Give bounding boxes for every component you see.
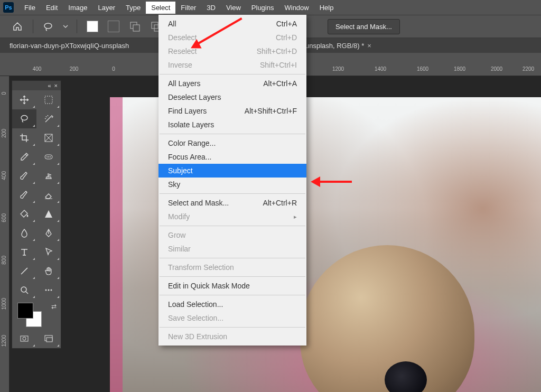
menu-separator [160, 226, 305, 226]
menu-layer[interactable]: Layer [93, 2, 121, 14]
menu-item-label: Sky [168, 180, 180, 189]
brush-tool[interactable] [12, 166, 36, 185]
eyedropper-tool[interactable] [12, 147, 36, 166]
menu-separator [160, 327, 305, 328]
close-icon[interactable]: × [367, 42, 371, 50]
menu-item-all-layers[interactable]: All LayersAlt+Ctrl+A [158, 77, 306, 90]
svg-rect-3 [152, 22, 158, 29]
menu-filter[interactable]: Filter [175, 2, 201, 14]
tools-panel: « × ⇄ [12, 80, 61, 349]
home-icon[interactable] [10, 19, 25, 34]
quick-mask-tool[interactable] [12, 329, 36, 348]
clone-stamp-tool[interactable] [36, 166, 61, 185]
screen-mode-tool[interactable] [36, 329, 61, 348]
lasso-tool[interactable] [12, 109, 36, 128]
healing-brush-tool[interactable] [36, 147, 61, 166]
more-tool[interactable] [36, 281, 61, 300]
select-and-mask-button[interactable]: Select and Mask... [328, 19, 400, 34]
ruler-tick: 800 [1, 256, 7, 265]
menu-item-edit-in-quick-mask-mode[interactable]: Edit in Quick Mask Mode [158, 279, 306, 293]
rect-marquee-tool[interactable] [36, 90, 61, 109]
menu-item-label: Subject [168, 166, 193, 175]
path-select-tool[interactable] [36, 242, 61, 262]
svg-point-15 [51, 290, 52, 291]
menu-item-new-3d-extrusion: New 3D Extrusion [158, 330, 306, 343]
menu-item-similar: Similar [158, 242, 306, 256]
ruler-tick: 400 [1, 171, 7, 180]
swap-colors-icon[interactable]: ⇄ [51, 303, 57, 310]
menu-item-focus-area[interactable]: Focus Area... [158, 150, 306, 164]
magic-wand-tool[interactable] [36, 109, 61, 128]
separator [33, 20, 33, 33]
line-tool[interactable] [12, 262, 36, 281]
app-logo: Ps [3, 2, 14, 13]
ruler-tick: 600 [1, 213, 7, 222]
menu-plugins[interactable]: Plugins [246, 2, 279, 14]
menu-window[interactable]: Window [279, 2, 314, 14]
eraser-tool[interactable] [36, 185, 61, 204]
menu-item-color-range[interactable]: Color Range... [158, 136, 306, 150]
ruler-tick: 200 [1, 129, 7, 138]
new-selection-icon[interactable] [85, 19, 100, 34]
menu-item-find-layers[interactable]: Find LayersAlt+Shift+Ctrl+F [158, 104, 306, 118]
menu-item-label: Edit in Quick Mask Mode [168, 282, 250, 290]
menu-item-label: Load Selection... [168, 300, 223, 309]
menu-separator [160, 193, 305, 194]
paint-bucket-tool[interactable] [12, 204, 36, 223]
menu-type[interactable]: Type [120, 2, 146, 14]
hand-tool[interactable] [36, 262, 61, 281]
lasso-options-icon[interactable] [41, 19, 57, 34]
type-tool[interactable] [12, 242, 36, 262]
ruler-tick: 1400 [370, 66, 391, 72]
annotation-arrow [311, 175, 353, 189]
menu-image[interactable]: Image [63, 2, 92, 14]
menu-item-sky[interactable]: Sky [158, 178, 306, 191]
menu-view[interactable]: View [221, 2, 246, 14]
menu-item-label: Modify [168, 212, 190, 221]
pen-tool[interactable] [36, 223, 61, 242]
shape-tool[interactable] [36, 204, 61, 223]
menu-separator [160, 134, 305, 134]
menu-item-label: Save Selection... [168, 314, 223, 322]
svg-point-17 [23, 337, 26, 340]
menu-item-label: Grow [168, 231, 185, 239]
chevron-down-icon[interactable] [62, 19, 69, 34]
annotation-arrow [185, 17, 243, 49]
menu-item-label: Isolate Layers [168, 120, 214, 129]
menu-item-subject[interactable]: Subject [158, 164, 306, 178]
svg-point-9 [46, 156, 48, 157]
menu-help[interactable]: Help [314, 2, 339, 14]
zoom-tool[interactable] [12, 281, 36, 300]
menu-item-isolate-layers[interactable]: Isolate Layers [158, 118, 306, 132]
separator [77, 20, 77, 33]
document-tab[interactable]: florian-van-duyn-pXToxwjqIiQ-unsplash [5, 40, 133, 52]
foreground-color-swatch[interactable] [17, 303, 33, 319]
menu-item-shortcut: Ctrl+D [276, 33, 297, 42]
blur-tool[interactable] [12, 223, 36, 242]
ruler-tick: 400 [26, 66, 48, 72]
menu-item-select-and-mask[interactable]: Select and Mask...Alt+Ctrl+R [158, 196, 306, 210]
menu-item-inverse: InverseShift+Ctrl+I [158, 58, 306, 72]
menu-3d[interactable]: 3D [201, 2, 221, 14]
frame-tool[interactable] [36, 128, 61, 147]
history-brush-tool[interactable] [12, 185, 36, 204]
menu-edit[interactable]: Edit [41, 2, 63, 14]
svg-point-14 [48, 290, 50, 291]
crop-tool[interactable] [12, 128, 36, 147]
menu-item-deselect-layers[interactable]: Deselect Layers [158, 90, 306, 104]
add-selection-icon[interactable] [106, 19, 122, 34]
menu-file[interactable]: File [19, 2, 41, 14]
menu-item-shortcut: Alt+Ctrl+R [263, 199, 297, 207]
move-tool[interactable] [12, 90, 36, 109]
menu-item-grow: Grow [158, 228, 306, 242]
select-menu-dropdown: AllCtrl+ADeselectCtrl+DReselectShift+Ctr… [158, 15, 306, 346]
menu-select[interactable]: Select [146, 2, 175, 14]
menu-item-shortcut: Shift+Ctrl+D [257, 47, 297, 55]
close-icon[interactable]: × [54, 82, 58, 89]
collapse-icon[interactable]: « [48, 82, 51, 89]
menu-item-load-selection[interactable]: Load Selection... [158, 297, 306, 311]
menu-item-label: Similar [168, 245, 191, 253]
subtract-selection-icon[interactable] [127, 19, 143, 34]
menu-item-label: Find Layers [168, 107, 207, 115]
menu-item-label: Color Range... [168, 139, 216, 147]
